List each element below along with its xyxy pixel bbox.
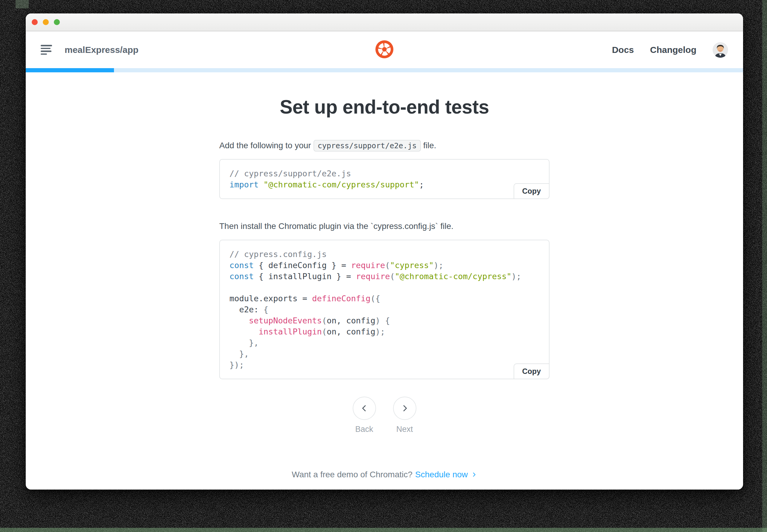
instruction-step-1: Add the following to yourcypress/support… (219, 139, 549, 152)
footer-prompt: Want a free demo of Chromatic? (292, 470, 412, 479)
app-window: mealExpress/app (26, 13, 743, 490)
next-button-label: Next (396, 425, 413, 434)
instruction-step-2: Then install the Chromatic plugin via th… (219, 220, 549, 233)
demo-footer: Want a free demo of Chromatic? Schedule … (292, 470, 477, 479)
back-button-label: Back (355, 425, 373, 434)
next-button[interactable] (393, 397, 416, 420)
chevron-left-icon (360, 404, 369, 413)
chromatic-logo-icon[interactable] (375, 40, 393, 58)
pager-back-group: Back (352, 397, 377, 434)
main-content: Set up end-to-end tests Add the followin… (26, 72, 743, 490)
instruction-1-after: file. (423, 141, 436, 150)
copy-button[interactable]: Copy (514, 363, 550, 379)
instruction-1-before: Add the following to your (219, 141, 311, 150)
close-window-button[interactable] (32, 19, 38, 25)
onboarding-progress-bar (26, 68, 743, 72)
code-block-cypress-config: // cypress.config.jsconst { defineConfig… (219, 240, 549, 379)
code-snippet: // cypress.config.jsconst { defineConfig… (230, 249, 539, 370)
chevron-right-icon (400, 404, 409, 413)
header-logo-group (375, 40, 393, 59)
copy-button[interactable]: Copy (514, 183, 550, 199)
project-name[interactable]: mealExpress/app (65, 45, 138, 55)
sidebar-menu-icon[interactable] (41, 45, 52, 55)
minimize-window-button[interactable] (43, 19, 49, 25)
app-header: mealExpress/app (26, 31, 743, 68)
back-button[interactable] (353, 397, 376, 420)
page-title: Set up end-to-end tests (280, 96, 489, 118)
progress-fill (26, 68, 114, 72)
chevron-right-icon (471, 472, 477, 478)
avatar-photo (713, 42, 728, 58)
user-avatar[interactable] (713, 42, 728, 58)
schedule-demo-link[interactable]: Schedule now (415, 470, 477, 479)
code-snippet: // cypress/support/e2e.jsimport "@chroma… (230, 168, 539, 190)
code-block-e2e-support: // cypress/support/e2e.jsimport "@chroma… (219, 159, 549, 199)
pager-next-group: Next (392, 397, 417, 434)
header-left-group: mealExpress/app (41, 45, 138, 55)
schedule-link-label: Schedule now (415, 470, 468, 479)
header-right-group: Docs Changelog (612, 42, 728, 58)
window-titlebar (26, 13, 743, 31)
pager-navigation: Back Next (352, 397, 417, 434)
screenshot-stage: mealExpress/app (0, 0, 767, 532)
nav-docs-link[interactable]: Docs (612, 45, 634, 55)
inline-code-path: cypress/support/e2e.js (314, 140, 421, 152)
nav-changelog-link[interactable]: Changelog (650, 45, 696, 55)
zoom-window-button[interactable] (54, 19, 60, 25)
